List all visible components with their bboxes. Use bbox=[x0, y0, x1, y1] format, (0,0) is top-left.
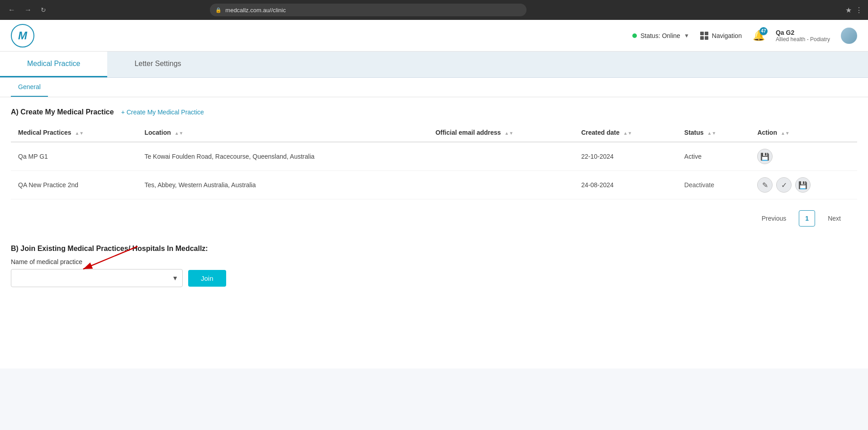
address-bar[interactable]: 🔒 medcallz.com.au//clinic bbox=[210, 4, 526, 16]
col-header-medical-practices: Medical Practices ▲▼ bbox=[11, 123, 137, 142]
cell-email-1 bbox=[428, 142, 574, 171]
col-header-action: Action ▲▼ bbox=[750, 123, 857, 142]
cell-location-1: Te Kowai Foulden Road, Racecourse, Queen… bbox=[137, 142, 428, 171]
section-b: B) Join Existing Medical Practices/ Hosp… bbox=[11, 245, 857, 287]
notification-button[interactable]: 🔔 47 bbox=[753, 30, 765, 42]
cell-practice-name-2: QA New Practice 2nd bbox=[11, 171, 137, 199]
next-button[interactable]: Next bbox=[819, 211, 850, 226]
security-icon: 🔒 bbox=[215, 7, 222, 13]
refresh-button[interactable]: ↻ bbox=[38, 5, 49, 15]
avatar bbox=[841, 28, 857, 44]
sort-icon-status[interactable]: ▲▼ bbox=[707, 131, 716, 136]
user-name: Qa G2 bbox=[776, 29, 830, 36]
sort-icon-email[interactable]: ▲▼ bbox=[504, 131, 513, 136]
cell-action-2: ✎ ✓ 💾 bbox=[750, 171, 857, 199]
cell-location-2: Tes, Abbey, Western Australia, Australia bbox=[137, 171, 428, 199]
main-content: A) Create My Medical Practice + Create M… bbox=[0, 97, 868, 369]
browser-chrome: ← → ↻ 🔒 medcallz.com.au//clinic ★ ⋮ bbox=[0, 0, 868, 20]
action-icons-1: 💾 bbox=[757, 149, 850, 164]
tab-medical-practice[interactable]: Medical Practice bbox=[0, 52, 107, 77]
star-icon[interactable]: ★ bbox=[845, 6, 852, 14]
section-b-title: B) Join Existing Medical Practices/ Hosp… bbox=[11, 245, 857, 253]
field-label-practice-name: Name of medical practice bbox=[11, 258, 857, 265]
cell-status-2: Deactivate bbox=[677, 171, 750, 199]
cell-created-date-1: 22-10-2024 bbox=[574, 142, 677, 171]
status-indicator[interactable]: Status: Online ▼ bbox=[632, 32, 689, 39]
logo: M bbox=[11, 24, 34, 47]
practice-select-wrapper: ▼ bbox=[11, 269, 183, 287]
previous-button[interactable]: Previous bbox=[753, 211, 795, 226]
logo-letter: M bbox=[18, 29, 27, 42]
col-header-status: Status ▲▼ bbox=[677, 123, 750, 142]
tabs-bar: Medical Practice Letter Settings bbox=[0, 52, 868, 78]
join-button[interactable]: Join bbox=[188, 270, 226, 287]
back-button[interactable]: ← bbox=[5, 4, 18, 16]
medical-practices-table: Medical Practices ▲▼ Location ▲▼ Officia… bbox=[11, 123, 857, 199]
join-form: ▼ Join bbox=[11, 269, 857, 287]
cell-practice-name-1: Qa MP G1 bbox=[11, 142, 137, 171]
url-text: medcallz.com.au//clinic bbox=[225, 7, 286, 14]
status-label: Status: Online bbox=[640, 32, 680, 39]
sort-icon-medical-practices[interactable]: ▲▼ bbox=[75, 131, 84, 136]
cell-created-date-2: 24-08-2024 bbox=[574, 171, 677, 199]
approve-button-2[interactable]: ✓ bbox=[776, 177, 792, 193]
page-number-1[interactable]: 1 bbox=[799, 210, 815, 227]
user-role: Allied health - Podiatry bbox=[776, 36, 830, 43]
cell-action-1: 💾 bbox=[750, 142, 857, 171]
table-header-row: Medical Practices ▲▼ Location ▲▼ Officia… bbox=[11, 123, 857, 142]
edit-button-2[interactable]: ✎ bbox=[757, 177, 773, 193]
export-button-2[interactable]: 💾 bbox=[795, 177, 811, 193]
menu-icon[interactable]: ⋮ bbox=[855, 6, 863, 14]
logo-circle: M bbox=[11, 24, 34, 47]
table-row: Qa MP G1 Te Kowai Foulden Road, Racecour… bbox=[11, 142, 857, 171]
section-a-header: A) Create My Medical Practice + Create M… bbox=[11, 108, 857, 116]
forward-button[interactable]: → bbox=[22, 4, 34, 16]
grid-icon bbox=[700, 32, 708, 40]
cell-email-2 bbox=[428, 171, 574, 199]
notification-badge: 47 bbox=[759, 27, 768, 35]
export-button-1[interactable]: 💾 bbox=[757, 149, 773, 164]
col-header-email: Official email address ▲▼ bbox=[428, 123, 574, 142]
navigation-label: Navigation bbox=[712, 32, 742, 39]
user-info: Qa G2 Allied health - Podiatry bbox=[776, 29, 830, 43]
status-dot bbox=[632, 33, 637, 38]
sort-icon-location[interactable]: ▲▼ bbox=[175, 131, 184, 136]
col-header-created-date: Created date ▲▼ bbox=[574, 123, 677, 142]
table-row: QA New Practice 2nd Tes, Abbey, Western … bbox=[11, 171, 857, 199]
sort-icon-created-date[interactable]: ▲▼ bbox=[623, 131, 632, 136]
status-badge-deactivate: Deactivate bbox=[684, 181, 714, 189]
sub-tab-general[interactable]: General bbox=[11, 78, 48, 97]
sort-icon-action[interactable]: ▲▼ bbox=[781, 131, 790, 136]
arrow-container: ▼ Join bbox=[11, 269, 857, 287]
status-badge-active: Active bbox=[684, 153, 702, 160]
header-right: Status: Online ▼ Navigation 🔔 47 Qa G2 A… bbox=[632, 28, 857, 44]
practice-select[interactable] bbox=[11, 269, 183, 287]
pagination: Previous 1 Next bbox=[11, 207, 857, 230]
app-header: M Status: Online ▼ Navigation 🔔 47 Qa G2… bbox=[0, 20, 868, 52]
section-a-title: A) Create My Medical Practice bbox=[11, 108, 114, 116]
create-medical-practice-link[interactable]: + Create My Medical Practice bbox=[121, 109, 204, 116]
col-header-location: Location ▲▼ bbox=[137, 123, 428, 142]
navigation-button[interactable]: Navigation bbox=[700, 32, 742, 40]
browser-actions: ★ ⋮ bbox=[845, 6, 863, 14]
sub-tab-area: General bbox=[0, 78, 868, 97]
tab-letter-settings[interactable]: Letter Settings bbox=[107, 52, 208, 77]
chevron-down-icon: ▼ bbox=[684, 33, 689, 39]
cell-status-1: Active bbox=[677, 142, 750, 171]
action-icons-2: ✎ ✓ 💾 bbox=[757, 177, 850, 193]
